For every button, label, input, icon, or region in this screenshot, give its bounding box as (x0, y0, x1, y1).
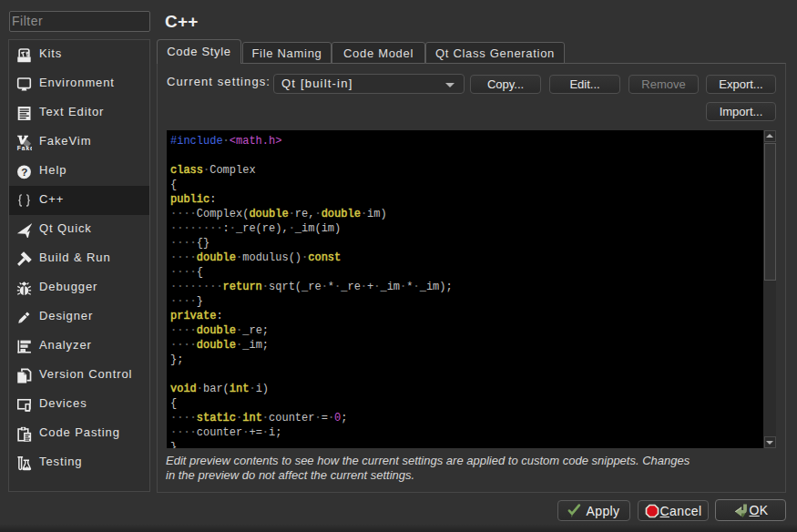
svg-text:Fake: Fake (17, 145, 32, 150)
svg-text:?: ? (21, 166, 28, 178)
